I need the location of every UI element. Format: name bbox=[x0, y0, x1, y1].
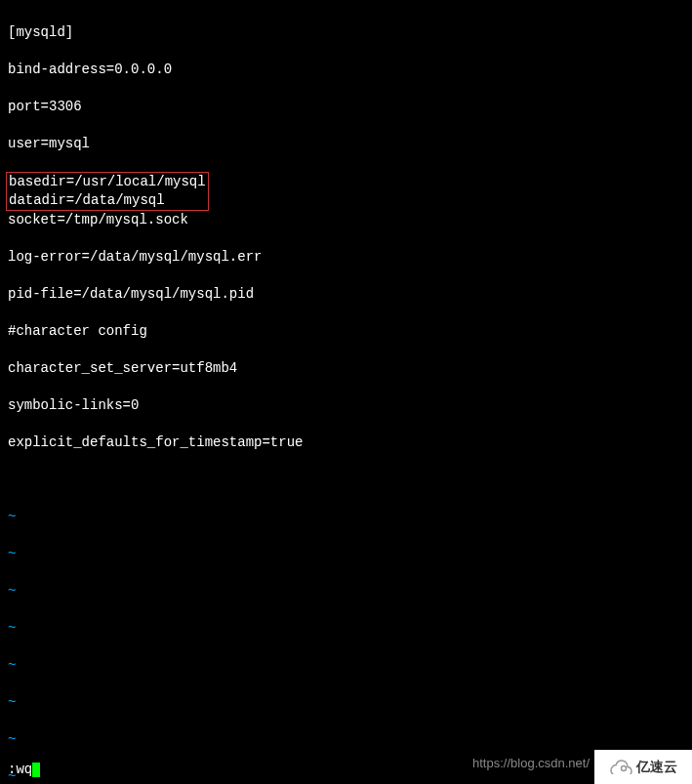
config-line: #character config bbox=[8, 322, 684, 341]
config-line: explicit_defaults_for_timestamp=true bbox=[8, 433, 684, 452]
watermark-logo: 亿速云 bbox=[594, 750, 692, 784]
cursor-icon bbox=[32, 763, 40, 777]
config-line-datadir: datadir=/data/mysql bbox=[9, 191, 206, 210]
vim-tilde: ~ bbox=[8, 582, 684, 600]
vim-tilde: ~ bbox=[8, 656, 684, 675]
config-line: user=mysql bbox=[8, 135, 684, 153]
vim-tilde: ~ bbox=[8, 730, 684, 749]
config-line: log-error=/data/mysql/mysql.err bbox=[8, 248, 684, 267]
config-line: character_set_server=utf8mb4 bbox=[8, 359, 684, 378]
config-line-basedir: basedir=/usr/local/mysql bbox=[9, 173, 206, 191]
empty-line bbox=[8, 471, 684, 489]
svg-point-0 bbox=[622, 765, 627, 770]
vim-command-text: :wq bbox=[8, 762, 32, 777]
vim-command-line[interactable]: :wq bbox=[8, 761, 40, 779]
terminal-editor[interactable]: [mysqld] bind-address=0.0.0.0 port=3306 … bbox=[0, 0, 692, 784]
config-line: symbolic-links=0 bbox=[8, 396, 684, 415]
watermark-logo-text: 亿速云 bbox=[636, 758, 677, 776]
vim-tilde: ~ bbox=[8, 508, 684, 526]
vim-tilde: ~ bbox=[8, 693, 684, 712]
vim-tilde: ~ bbox=[8, 545, 684, 563]
highlighted-config-box: basedir=/usr/local/mysqldatadir=/data/my… bbox=[6, 172, 209, 211]
config-line: port=3306 bbox=[8, 98, 684, 116]
config-section-header: [mysqld] bbox=[8, 23, 684, 42]
vim-tilde: ~ bbox=[8, 619, 684, 638]
cloud-icon bbox=[609, 757, 632, 778]
config-line: socket=/tmp/mysql.sock bbox=[8, 211, 684, 229]
watermark-url: https://blog.csdn.net/ bbox=[472, 754, 590, 772]
config-line: pid-file=/data/mysql/mysql.pid bbox=[8, 285, 684, 304]
config-line: bind-address=0.0.0.0 bbox=[8, 61, 684, 79]
